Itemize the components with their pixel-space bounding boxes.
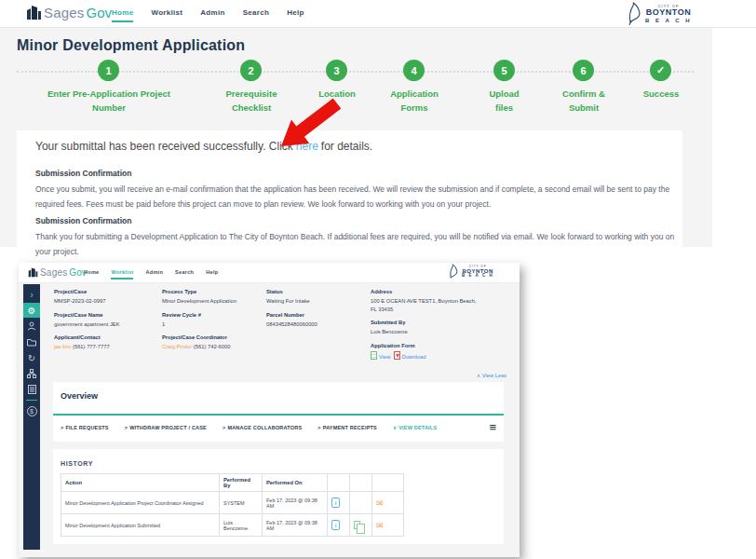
step-3-circle[interactable]: 3 xyxy=(326,60,347,81)
nav-help[interactable]: Help xyxy=(287,8,304,20)
field-address: Address 100 E OCEAN AVE TEST1, Boynton B… xyxy=(371,289,480,313)
main-nav: Home Worklist Admin Search Help xyxy=(112,8,304,22)
nav-search[interactable]: Search xyxy=(243,8,269,20)
info-icon[interactable]: i xyxy=(331,498,340,508)
history-row-2: Minor Development Application Submitted … xyxy=(61,514,404,537)
field-project-case: Project/Case MMSP-2023-02-0997 xyxy=(54,289,158,306)
history-table: Action Performed By Performed On Minor D… xyxy=(61,473,404,537)
field-parcel: Parcel Number 08434528480060000 xyxy=(266,312,359,329)
field-project-name: Project/Case Name government apartment J… xyxy=(54,312,158,329)
page-title: Minor Development Application xyxy=(17,37,245,54)
field-coordinator: Project/Case Coordinator Craig Pindor (5… xyxy=(162,334,263,351)
embed-boynton-logo: CITY OF BOYNTON B E A C H xyxy=(449,264,493,280)
history-card: HISTORY Action Performed By Performed On… xyxy=(53,449,504,544)
download-link[interactable]: Download xyxy=(402,354,426,360)
file-requests-button[interactable]: >FILE REQUESTS xyxy=(61,425,109,430)
overview-heading: Overview xyxy=(61,391,98,401)
mail-icon[interactable]: ✉ xyxy=(376,521,384,530)
boynton-beach-logo: CITY OF BOYNTON B E A C H xyxy=(628,2,692,26)
embed-nav-help[interactable]: Help xyxy=(206,269,218,278)
col-performed-on: Performed On xyxy=(263,474,328,492)
step-7-check-icon[interactable]: ✓ xyxy=(650,60,671,81)
sidebar-documents-icon[interactable] xyxy=(23,382,40,397)
history-row-1: Minor Development Application Project Co… xyxy=(61,492,404,514)
view-less-link[interactable]: ∧ View Less xyxy=(477,373,506,378)
view-doc-icon xyxy=(371,351,377,360)
info-column-4: Address 100 E OCEAN AVE TEST1, Boynton B… xyxy=(371,289,480,368)
sidebar-divider xyxy=(26,400,37,401)
manage-collaborators-button[interactable]: >MANAGE COLLABORATORS xyxy=(223,425,302,430)
step-1-circle[interactable]: 1 xyxy=(98,60,119,81)
field-application-form: Application Form View Download xyxy=(371,343,480,361)
red-annotation-arrow xyxy=(276,96,348,152)
nav-admin[interactable]: Admin xyxy=(200,8,224,20)
sidebar-history-icon[interactable]: ↻ xyxy=(23,350,40,365)
info-column-2: Process Type Minor Development Applicati… xyxy=(162,289,263,358)
history-heading: HISTORY xyxy=(61,460,93,467)
sagesgov-logo[interactable]: SagesGov xyxy=(26,4,112,20)
boynton-text: BOYNTON xyxy=(646,8,691,18)
chevron-right-icon: > xyxy=(317,425,320,430)
sagesgov-building-icon xyxy=(26,4,42,20)
info-icon[interactable]: i xyxy=(331,520,340,530)
field-review-cycle: Review Cycle # 1 xyxy=(162,312,263,329)
view-details-button[interactable]: ∨VIEW DETAILS xyxy=(393,425,437,430)
sailfish-icon xyxy=(628,2,642,26)
embed-header: SagesGov Home Worklist Admin Search Help… xyxy=(19,263,520,283)
step-4-circle[interactable]: 4 xyxy=(403,60,425,81)
step-5-label: Upload files xyxy=(483,88,525,115)
field-applicant: Applicant/Contact jae kim (561) 777-7777 xyxy=(54,334,158,351)
download-pdf-icon xyxy=(394,351,400,360)
chevron-right-icon: > xyxy=(125,425,128,430)
nav-worklist[interactable]: Worklist xyxy=(151,8,182,20)
sidebar-folder-icon[interactable] xyxy=(23,334,40,349)
step-6-label: Confirm & Submit xyxy=(556,88,612,115)
applicant-link[interactable]: jae kim xyxy=(54,344,71,349)
overview-card: Overview >FILE REQUESTS >WITHDRAW PROJEC… xyxy=(53,382,504,442)
step-7-label: Success xyxy=(624,88,698,102)
overview-action-bar: >FILE REQUESTS >WITHDRAW PROJECT / CASE … xyxy=(53,416,504,440)
nav-home[interactable]: Home xyxy=(112,8,133,22)
payment-receipts-button[interactable]: >PAYMENT RECEIPTS xyxy=(317,425,377,430)
sidebar-hierarchy-icon[interactable] xyxy=(23,366,40,381)
col-action: Action xyxy=(61,474,220,492)
main-header: SagesGov Home Worklist Admin Search Help… xyxy=(0,0,756,28)
embed-sidebar: › ⚙ ↻ $ xyxy=(23,284,40,550)
embed-sagesgov-logo[interactable]: SagesGov xyxy=(28,266,87,278)
embed-nav-search[interactable]: Search xyxy=(175,269,194,278)
embedded-screenshot: SagesGov Home Worklist Admin Search Help… xyxy=(19,263,520,557)
submission-confirmation-heading-1: Submission Confirmation xyxy=(35,169,131,178)
step-2-circle[interactable]: 2 xyxy=(240,60,262,81)
mail-icon[interactable]: ✉ xyxy=(376,498,384,508)
embed-nav-admin[interactable]: Admin xyxy=(145,269,163,278)
col-performed-by: Performed By xyxy=(220,474,263,492)
chevron-right-icon: > xyxy=(223,425,225,430)
sidebar-workflow-gear-icon[interactable]: ⚙ xyxy=(23,303,40,318)
brand-sages: Sages xyxy=(44,5,85,20)
info-column-3: Status Waiting For Intake Parcel Number … xyxy=(266,289,359,334)
beach-text: B E A C H xyxy=(645,18,692,24)
brand-gov: Gov xyxy=(87,5,113,20)
submission-confirmation-body-1: Once you submit, you will receive an e-m… xyxy=(35,182,676,211)
submission-confirmation-body-2: Thank you for submitting a Development A… xyxy=(35,229,676,259)
sidebar-contacts-icon[interactable] xyxy=(23,319,40,334)
step-6-circle[interactable]: 6 xyxy=(573,60,594,81)
field-submitted-by: Submitted By Luis Bencosme xyxy=(371,320,480,336)
chevron-right-icon: > xyxy=(61,425,63,430)
confirmation-card: Your submittal has been received success… xyxy=(17,130,682,247)
sidebar-expand-icon[interactable]: › xyxy=(23,287,40,302)
copy-icon[interactable] xyxy=(354,521,360,529)
embed-nav-worklist[interactable]: Worklist xyxy=(111,269,133,280)
caret-down-icon: ∨ xyxy=(393,425,397,430)
view-link[interactable]: View xyxy=(379,354,390,360)
coordinator-link[interactable]: Craig Pindor xyxy=(162,344,192,349)
sidebar-fees-icon[interactable]: $ xyxy=(23,403,40,418)
step-5-circle[interactable]: 5 xyxy=(493,60,515,81)
step-4-label: Application Forms xyxy=(382,88,447,115)
embed-nav: Home Worklist Admin Search Help xyxy=(84,269,218,280)
step-1-label: Enter Pre-Application Project Number xyxy=(30,88,188,115)
withdraw-project-button[interactable]: >WITHDRAW PROJECT / CASE xyxy=(125,425,207,430)
embed-nav-home[interactable]: Home xyxy=(84,269,99,278)
field-process-type: Process Type Minor Development Applicati… xyxy=(162,289,263,306)
field-status: Status Waiting For Intake xyxy=(266,289,359,306)
